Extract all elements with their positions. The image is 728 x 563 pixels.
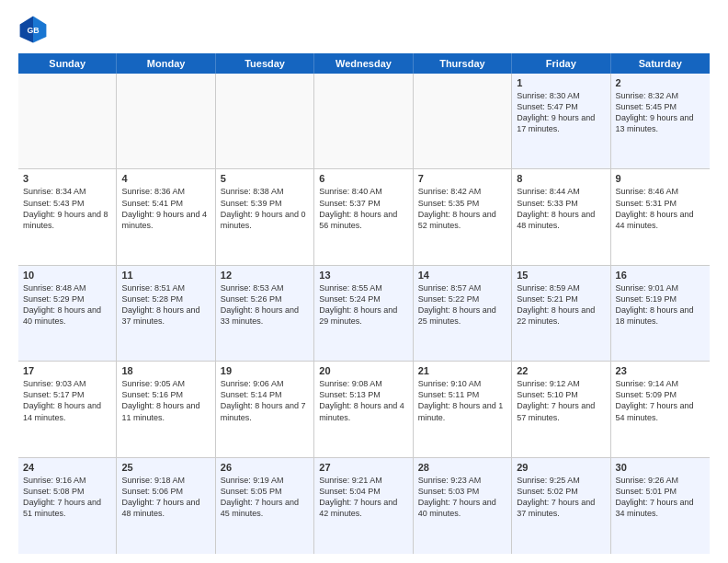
header-day-monday: Monday: [117, 53, 215, 74]
calendar-cell: 9Sunrise: 8:46 AM Sunset: 5:31 PM Daylig…: [611, 169, 710, 264]
day-number: 5: [221, 173, 309, 184]
day-number: 14: [418, 270, 506, 281]
calendar-cell: 24Sunrise: 9:16 AM Sunset: 5:08 PM Dayli…: [18, 458, 117, 554]
logo-icon: GB: [18, 15, 48, 44]
day-info: Sunrise: 9:08 AM Sunset: 5:13 PM Dayligh…: [319, 378, 407, 423]
day-number: 1: [517, 77, 605, 88]
day-number: 25: [121, 462, 210, 473]
day-number: 26: [221, 462, 309, 473]
calendar-row-4: 17Sunrise: 9:03 AM Sunset: 5:17 PM Dayli…: [18, 362, 710, 457]
calendar-cell: 17Sunrise: 9:03 AM Sunset: 5:17 PM Dayli…: [18, 362, 117, 456]
day-info: Sunrise: 8:40 AM Sunset: 5:37 PM Dayligh…: [319, 186, 407, 231]
day-info: Sunrise: 8:44 AM Sunset: 5:33 PM Dayligh…: [517, 186, 605, 231]
day-number: 24: [23, 462, 111, 473]
day-info: Sunrise: 8:34 AM Sunset: 5:43 PM Dayligh…: [23, 186, 111, 231]
day-info: Sunrise: 9:23 AM Sunset: 5:03 PM Dayligh…: [418, 475, 506, 520]
day-info: Sunrise: 8:57 AM Sunset: 5:22 PM Dayligh…: [418, 282, 506, 327]
header: GB: [18, 15, 710, 44]
day-number: 16: [616, 270, 705, 281]
day-number: 23: [616, 365, 705, 376]
calendar-cell: 16Sunrise: 9:01 AM Sunset: 5:19 PM Dayli…: [611, 266, 710, 361]
day-info: Sunrise: 8:36 AM Sunset: 5:41 PM Dayligh…: [121, 186, 210, 231]
day-info: Sunrise: 9:01 AM Sunset: 5:19 PM Dayligh…: [616, 282, 705, 327]
header-day-wednesday: Wednesday: [314, 53, 413, 74]
day-number: 29: [517, 462, 605, 473]
day-number: 9: [616, 173, 705, 184]
calendar-cell: 4Sunrise: 8:36 AM Sunset: 5:41 PM Daylig…: [117, 169, 215, 264]
header-day-saturday: Saturday: [611, 53, 710, 74]
day-number: 27: [319, 462, 407, 473]
header-day-friday: Friday: [512, 53, 610, 74]
page: GB SundayMondayTuesdayWednesdayThursdayF…: [0, 0, 728, 563]
calendar-cell: 23Sunrise: 9:14 AM Sunset: 5:09 PM Dayli…: [611, 362, 710, 456]
calendar-cell: 11Sunrise: 8:51 AM Sunset: 5:28 PM Dayli…: [117, 266, 215, 361]
calendar-cell: 25Sunrise: 9:18 AM Sunset: 5:06 PM Dayli…: [117, 458, 215, 554]
calendar-cell: 12Sunrise: 8:53 AM Sunset: 5:26 PM Dayli…: [216, 266, 314, 361]
day-info: Sunrise: 8:48 AM Sunset: 5:29 PM Dayligh…: [23, 282, 111, 327]
calendar-cell: 28Sunrise: 9:23 AM Sunset: 5:03 PM Dayli…: [414, 458, 512, 554]
day-number: 12: [221, 270, 309, 281]
calendar-cell: [314, 74, 413, 168]
calendar-row-5: 24Sunrise: 9:16 AM Sunset: 5:08 PM Dayli…: [18, 458, 710, 554]
svg-text:GB: GB: [27, 26, 39, 35]
calendar-cell: 1Sunrise: 8:30 AM Sunset: 5:47 PM Daylig…: [512, 74, 610, 168]
day-info: Sunrise: 8:38 AM Sunset: 5:39 PM Dayligh…: [221, 186, 309, 231]
day-number: 6: [319, 173, 407, 184]
calendar-cell: 10Sunrise: 8:48 AM Sunset: 5:29 PM Dayli…: [18, 266, 117, 361]
logo: GB: [18, 15, 51, 44]
day-info: Sunrise: 8:59 AM Sunset: 5:21 PM Dayligh…: [517, 282, 605, 327]
calendar-cell: 6Sunrise: 8:40 AM Sunset: 5:37 PM Daylig…: [314, 169, 413, 264]
calendar-cell: 14Sunrise: 8:57 AM Sunset: 5:22 PM Dayli…: [414, 266, 512, 361]
day-info: Sunrise: 9:25 AM Sunset: 5:02 PM Dayligh…: [517, 475, 605, 520]
calendar: SundayMondayTuesdayWednesdayThursdayFrid…: [18, 53, 710, 554]
calendar-cell: [117, 74, 215, 168]
day-number: 18: [121, 365, 210, 376]
day-info: Sunrise: 9:14 AM Sunset: 5:09 PM Dayligh…: [616, 378, 705, 423]
day-number: 8: [517, 173, 605, 184]
day-number: 7: [418, 173, 506, 184]
calendar-row-1: 1Sunrise: 8:30 AM Sunset: 5:47 PM Daylig…: [18, 74, 710, 169]
day-number: 10: [23, 270, 111, 281]
calendar-cell: 3Sunrise: 8:34 AM Sunset: 5:43 PM Daylig…: [18, 169, 117, 264]
day-info: Sunrise: 8:32 AM Sunset: 5:45 PM Dayligh…: [616, 90, 705, 135]
calendar-cell: 18Sunrise: 9:05 AM Sunset: 5:16 PM Dayli…: [117, 362, 215, 456]
calendar-cell: [18, 74, 117, 168]
day-number: 2: [616, 77, 705, 88]
calendar-cell: 29Sunrise: 9:25 AM Sunset: 5:02 PM Dayli…: [512, 458, 610, 554]
day-info: Sunrise: 9:16 AM Sunset: 5:08 PM Dayligh…: [23, 475, 111, 520]
day-number: 22: [517, 365, 605, 376]
calendar-cell: 2Sunrise: 8:32 AM Sunset: 5:45 PM Daylig…: [611, 74, 710, 168]
calendar-cell: 19Sunrise: 9:06 AM Sunset: 5:14 PM Dayli…: [216, 362, 314, 456]
day-number: 3: [23, 173, 111, 184]
calendar-cell: 5Sunrise: 8:38 AM Sunset: 5:39 PM Daylig…: [216, 169, 314, 264]
calendar-cell: 21Sunrise: 9:10 AM Sunset: 5:11 PM Dayli…: [414, 362, 512, 456]
header-day-sunday: Sunday: [18, 53, 117, 74]
calendar-cell: 26Sunrise: 9:19 AM Sunset: 5:05 PM Dayli…: [216, 458, 314, 554]
day-info: Sunrise: 9:19 AM Sunset: 5:05 PM Dayligh…: [221, 475, 309, 520]
day-info: Sunrise: 9:12 AM Sunset: 5:10 PM Dayligh…: [517, 378, 605, 423]
header-day-tuesday: Tuesday: [216, 53, 314, 74]
calendar-header: SundayMondayTuesdayWednesdayThursdayFrid…: [18, 53, 710, 74]
calendar-cell: [414, 74, 512, 168]
day-number: 21: [418, 365, 506, 376]
calendar-cell: [216, 74, 314, 168]
day-info: Sunrise: 8:55 AM Sunset: 5:24 PM Dayligh…: [319, 282, 407, 327]
day-info: Sunrise: 8:53 AM Sunset: 5:26 PM Dayligh…: [221, 282, 309, 327]
day-info: Sunrise: 8:46 AM Sunset: 5:31 PM Dayligh…: [616, 186, 705, 231]
day-number: 17: [23, 365, 111, 376]
calendar-cell: 20Sunrise: 9:08 AM Sunset: 5:13 PM Dayli…: [314, 362, 413, 456]
calendar-body: 1Sunrise: 8:30 AM Sunset: 5:47 PM Daylig…: [18, 74, 710, 554]
calendar-cell: 22Sunrise: 9:12 AM Sunset: 5:10 PM Dayli…: [512, 362, 610, 456]
day-info: Sunrise: 9:03 AM Sunset: 5:17 PM Dayligh…: [23, 378, 111, 423]
calendar-cell: 13Sunrise: 8:55 AM Sunset: 5:24 PM Dayli…: [314, 266, 413, 361]
calendar-row-3: 10Sunrise: 8:48 AM Sunset: 5:29 PM Dayli…: [18, 266, 710, 362]
day-number: 28: [418, 462, 506, 473]
calendar-row-2: 3Sunrise: 8:34 AM Sunset: 5:43 PM Daylig…: [18, 169, 710, 265]
day-info: Sunrise: 9:18 AM Sunset: 5:06 PM Dayligh…: [121, 475, 210, 520]
day-info: Sunrise: 9:21 AM Sunset: 5:04 PM Dayligh…: [319, 475, 407, 520]
day-number: 30: [616, 462, 705, 473]
calendar-cell: 15Sunrise: 8:59 AM Sunset: 5:21 PM Dayli…: [512, 266, 610, 361]
day-number: 4: [121, 173, 210, 184]
day-info: Sunrise: 9:26 AM Sunset: 5:01 PM Dayligh…: [616, 475, 705, 520]
day-number: 13: [319, 270, 407, 281]
